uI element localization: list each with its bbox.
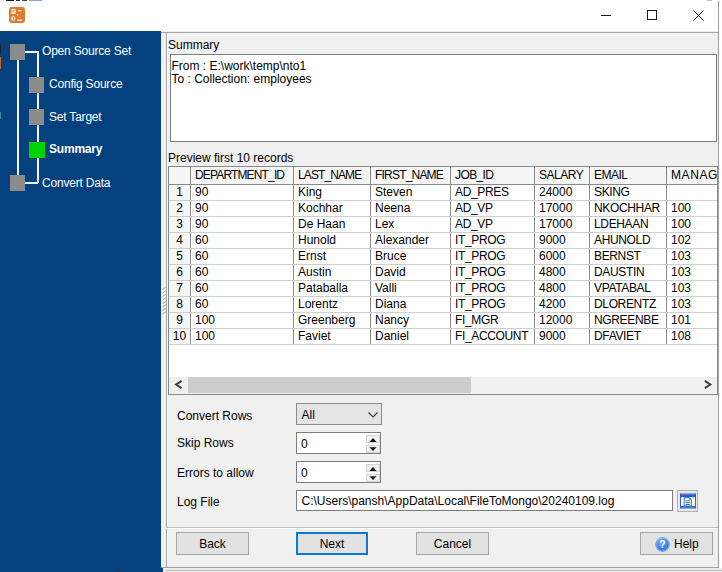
svg-text:?: ? (659, 538, 665, 550)
